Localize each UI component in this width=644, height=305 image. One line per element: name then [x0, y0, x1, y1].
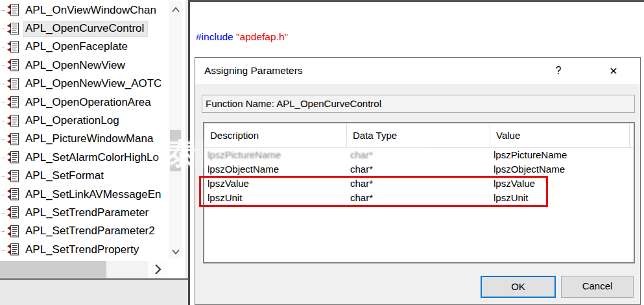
dialog-title: Assigning Parameters: [195, 65, 640, 77]
cell-value[interactable]: lpszObjectName: [490, 162, 630, 177]
cell-description: lpszObjectName: [204, 162, 347, 177]
sidebar-item[interactable]: APL_SetTrendParameter: [0, 204, 168, 222]
sidebar-item[interactable]: APL_SetTrendProperty: [0, 241, 168, 259]
dialog-titlebar[interactable]: Assigning Parameters: [195, 58, 640, 84]
c-action-icon: [6, 78, 19, 91]
function-name-field: Function Name: APL_OpenCurveControl: [202, 95, 635, 113]
c-action-icon: [6, 96, 19, 109]
c-action-icon: [6, 151, 19, 164]
c-action-icon: [6, 188, 19, 201]
sidebar-item[interactable]: APL_SetTrendParameter2: [0, 223, 168, 241]
sidebar-item-label: APL_PictureWindowMana: [23, 132, 156, 147]
horizontal-scrollbar-thumb[interactable]: [0, 261, 106, 278]
scroll-up-icon[interactable]: [169, 4, 182, 15]
tree-connector: [1, 121, 5, 121]
sidebar-item[interactable]: APL_OperationLog: [0, 112, 168, 130]
close-icon[interactable]: ×: [597, 58, 630, 84]
c-action-icon: [6, 4, 19, 17]
function-list-panel: APL_OnViewWindowChan APL_OpenCurveContro…: [0, 0, 185, 278]
tree-connector: [1, 103, 5, 103]
sidebar-item-label: APL_OpenFaceplate: [23, 40, 131, 55]
sidebar-item-label: APL_OpenOperationArea: [23, 95, 154, 110]
table-row[interactable]: lpszUnit char* lpszUnit: [204, 191, 634, 205]
sidebar-item[interactable]: APL_OpenOperationArea: [0, 93, 168, 112]
cell-value[interactable]: lpszValue: [490, 177, 630, 191]
ok-button[interactable]: OK: [481, 276, 556, 298]
c-action-icon: [6, 243, 19, 256]
vertical-scrollbar-thumb[interactable]: [170, 130, 181, 171]
code-token: "apdefap.h": [236, 31, 288, 42]
table-header-row: Description Data Type Value: [204, 123, 634, 148]
sidebar-item-label: APL_SetTrendProperty: [23, 243, 142, 258]
sidebar-item-label: APL_SetAlarmColorHighLo: [23, 151, 162, 165]
cell-data-type: char*: [347, 162, 490, 177]
assigning-parameters-dialog: Assigning Parameters ? × Function Name: …: [195, 57, 641, 305]
table-row[interactable]: lpszValue char* lpszValue: [204, 177, 634, 191]
cell-data-type: char*: [347, 177, 490, 191]
cell-value[interactable]: lpszPictureName: [490, 148, 630, 162]
cell-description: lpszPictureName: [204, 148, 347, 162]
tree-connector: [1, 47, 5, 47]
help-button[interactable]: ?: [544, 58, 573, 84]
sidebar-item[interactable]: APL_OpenFaceplate: [0, 38, 168, 56]
sidebar-item[interactable]: APL_OpenNewView: [0, 56, 168, 75]
sidebar-item[interactable]: APL_SetLinkAVMessageEn: [0, 186, 168, 204]
sidebar-item-label: APL_OpenCurveControl: [23, 21, 147, 36]
cell-data-type: char*: [347, 191, 490, 205]
screen: APL_OnViewWindowChan APL_OpenCurveContro…: [0, 0, 644, 305]
tree-connector: [1, 195, 5, 195]
function-list: APL_OnViewWindowChan APL_OpenCurveContro…: [0, 1, 168, 259]
tree-connector: [1, 10, 5, 11]
cell-spacer: [630, 191, 634, 205]
tree-connector: [1, 29, 5, 29]
tree-connector: [1, 250, 5, 250]
c-action-icon: [6, 59, 19, 72]
c-action-icon: [6, 133, 19, 146]
tree-connector: [1, 84, 5, 84]
sidebar-item-label: APL_SetFormat: [23, 169, 107, 184]
c-action-icon: [6, 23, 19, 36]
c-action-icon: [6, 206, 19, 219]
horizontal-scrollbar[interactable]: [0, 261, 167, 278]
tree-connector: [1, 213, 5, 214]
scroll-down-icon[interactable]: [169, 246, 182, 257]
sidebar-item-selected[interactable]: APL_OpenCurveControl: [0, 19, 168, 38]
cell-value[interactable]: lpszUnit: [490, 191, 630, 205]
cell-spacer: [630, 148, 634, 162]
cancel-button[interactable]: Cancel: [561, 276, 634, 298]
table-row[interactable]: lpszPictureName char* lpszPictureName: [204, 148, 634, 162]
sidebar-item-label: APL_OpenNewView_AOTC: [23, 77, 165, 92]
tree-connector: [1, 139, 5, 140]
sidebar-item[interactable]: APL_OpenNewView_AOTC: [0, 75, 168, 93]
sidebar-item-label: APL_OpenNewView: [23, 58, 128, 73]
cell-description: lpszUnit: [204, 191, 347, 205]
sidebar-item-label: APL_SetTrendParameter2: [23, 224, 158, 239]
column-header-data-type[interactable]: Data Type: [347, 123, 490, 147]
cell-spacer: [630, 162, 634, 177]
column-header-value[interactable]: Value: [490, 123, 630, 147]
table-row[interactable]: lpszObjectName char* lpszObjectName: [204, 162, 634, 177]
panel-bottom-border: [0, 278, 189, 280]
c-action-icon: [6, 115, 19, 128]
column-header-description[interactable]: Description: [204, 123, 347, 147]
column-header-spacer: [630, 123, 635, 147]
sidebar-item[interactable]: APL_OnViewWindowChan: [0, 1, 168, 19]
c-action-icon: [6, 225, 19, 238]
c-action-icon: [6, 41, 19, 54]
sidebar-item-label: APL_SetTrendParameter: [23, 206, 152, 221]
sidebar-item-label: APL_SetLinkAVMessageEn: [23, 188, 164, 202]
scroll-right-icon[interactable]: [148, 261, 167, 278]
cell-spacer: [630, 177, 634, 191]
tree-connector: [1, 231, 5, 232]
code-token: #include: [196, 31, 236, 42]
tree-connector: [1, 66, 5, 66]
sidebar-item[interactable]: APL_SetFormat: [0, 167, 168, 186]
tree-connector: [1, 158, 5, 158]
c-action-icon: [6, 170, 19, 183]
sidebar-item[interactable]: APL_SetAlarmColorHighLo: [0, 149, 168, 167]
parameters-table[interactable]: Description Data Type Value lpszPictureN…: [203, 122, 635, 263]
vertical-scrollbar[interactable]: [169, 1, 182, 258]
sidebar-item[interactable]: APL_PictureWindowMana: [0, 130, 168, 149]
cell-description: lpszValue: [204, 177, 347, 191]
code-line: #include "apdefap.h": [196, 30, 644, 43]
